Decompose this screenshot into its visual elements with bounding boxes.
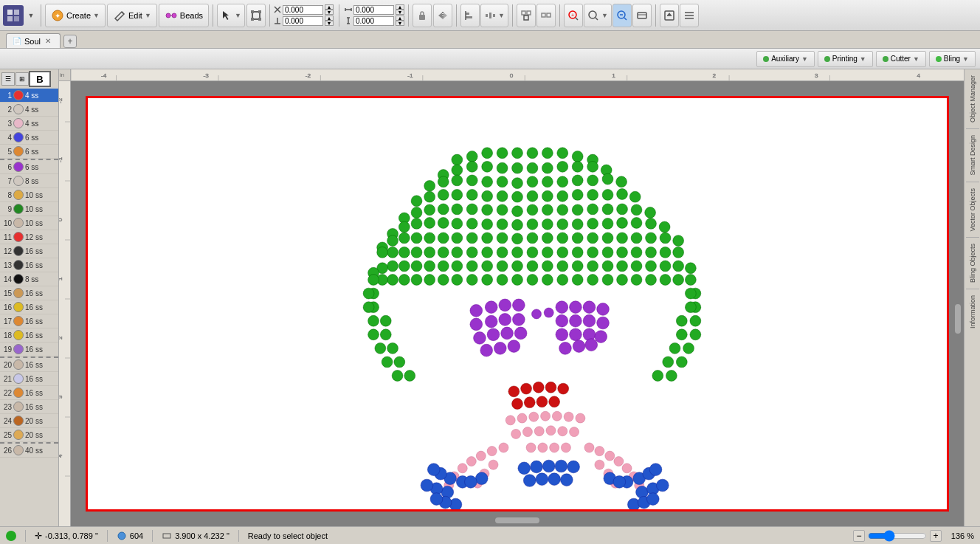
y-down[interactable]: ▼ (325, 21, 334, 26)
layer-row-14[interactable]: 14 8 ss (0, 272, 58, 286)
zoom-in-btn[interactable]: + (930, 530, 942, 542)
layer-row-9[interactable]: 9 10 ss (0, 202, 58, 216)
svg-point-401 (548, 473, 561, 486)
svg-point-350 (499, 443, 508, 452)
layer-row-21[interactable]: 21 16 ss (0, 372, 58, 386)
svg-point-284 (683, 342, 694, 354)
h-down[interactable]: ▼ (396, 21, 404, 26)
svg-point-150 (466, 204, 477, 215)
y-input[interactable] (283, 16, 323, 26)
printing-label: Printing (832, 55, 858, 63)
canvas-area[interactable]: -2 -1 0 1 2 3 4 (59, 81, 964, 526)
layer-row-18[interactable]: 18 16 ss (0, 328, 58, 342)
b-button[interactable]: B (29, 71, 51, 87)
h-up[interactable]: ▲ (396, 16, 404, 21)
layer-num-18: 18 (1, 331, 12, 340)
w-down[interactable]: ▼ (396, 10, 404, 15)
layer-row-22[interactable]: 22 16 ss (0, 386, 58, 400)
tab-close-button[interactable]: ✕ (44, 37, 52, 45)
bling-toggle[interactable]: Bling ▼ (929, 51, 976, 67)
layer-row-23[interactable]: 23 16 ss (0, 400, 58, 414)
bling-objects-tab[interactable]: Bling Objects (969, 241, 976, 286)
app-icon[interactable] (3, 5, 24, 26)
beads-button[interactable]: Beads (159, 4, 209, 27)
vector-objects-tab[interactable]: Vector Objects (969, 185, 976, 235)
active-tool-btn[interactable] (612, 4, 632, 27)
layer-row-17[interactable]: 17 16 ss (0, 314, 58, 328)
group-btn[interactable] (517, 4, 536, 27)
svg-point-245 (527, 275, 538, 286)
layer-row-10[interactable]: 10 10 ss (0, 216, 58, 230)
align-btn[interactable] (460, 4, 480, 27)
layer-view-btn[interactable]: ☰ (1, 72, 15, 86)
svg-point-246 (542, 275, 553, 286)
layer-row-12[interactable]: 12 16 ss (0, 244, 58, 258)
zoom-out-btn[interactable]: − (853, 530, 865, 542)
printing-dot (824, 56, 830, 62)
properties-btn[interactable] (680, 4, 699, 27)
layer-row-13[interactable]: 13 16 ss (0, 258, 58, 272)
layer-row-6[interactable]: 6 6 ss (0, 160, 58, 174)
lock-btn[interactable] (413, 4, 432, 27)
layer-row-3[interactable]: 3 4 ss (0, 117, 58, 131)
w-spin[interactable]: ▲▼ (396, 4, 404, 15)
layer-row-7[interactable]: 7 8 ss (0, 174, 58, 188)
distribute-btn[interactable]: ▼ (480, 4, 508, 27)
zoom-select-btn[interactable]: ▼ (584, 4, 612, 27)
transform-tool[interactable] (246, 4, 266, 27)
y-spin[interactable]: ▲▼ (325, 16, 334, 26)
smart-design-tab[interactable]: Smart Design (969, 132, 976, 179)
information-tab[interactable]: Information (969, 292, 976, 331)
layer-row-11[interactable]: 11 12 ss (0, 230, 58, 244)
layer-row-15[interactable]: 15 16 ss (0, 286, 58, 300)
auxiliary-toggle[interactable]: Auxiliary ▼ (756, 51, 815, 67)
layer-row-26[interactable]: 26 40 ss (0, 444, 58, 458)
cutter-toggle[interactable]: Cutter ▼ (876, 51, 926, 67)
svg-point-329 (521, 383, 532, 394)
flip-h-btn[interactable] (433, 4, 452, 27)
h-input[interactable] (353, 16, 394, 26)
layer-row-1[interactable]: 1 4 ss (0, 89, 58, 103)
x-up[interactable]: ▲ (325, 4, 334, 10)
app-menu-btn[interactable]: ▼ (25, 5, 37, 26)
select-tool[interactable]: ▼ (217, 4, 245, 27)
x-spin[interactable]: ▲▼ (325, 4, 334, 15)
w-up[interactable]: ▲ (396, 4, 404, 10)
h-scrollbar[interactable] (495, 517, 539, 523)
x-down[interactable]: ▼ (325, 10, 334, 15)
layer-row-19[interactable]: 19 16 ss (0, 342, 58, 357)
v-scrollbar[interactable] (955, 304, 961, 334)
view3-btn[interactable] (632, 4, 652, 27)
layer-row-25[interactable]: 25 20 ss (0, 428, 58, 442)
create-button[interactable]: ✦ Create ▼ (45, 4, 106, 27)
object-manager-tab[interactable]: Object Manager (969, 72, 976, 125)
layer-row-16[interactable]: 16 16 ss (0, 300, 58, 314)
layer-row-24[interactable]: 24 20 ss (0, 414, 58, 428)
svg-point-255 (673, 275, 684, 286)
w-input[interactable] (353, 5, 394, 15)
layer-row-5[interactable]: 5 6 ss (0, 145, 58, 159)
svg-point-91 (482, 148, 493, 159)
layer-grid-btn[interactable]: ⊞ (15, 72, 29, 86)
soul-tab[interactable]: 📄 Soul ✕ (6, 33, 61, 48)
y-up[interactable]: ▲ (325, 16, 334, 21)
zoom-fit-btn[interactable]: + (564, 4, 583, 27)
printing-toggle[interactable]: Printing ▼ (818, 51, 873, 67)
canvas-inner[interactable] (71, 81, 964, 526)
layer-tool-btns: ☰ ⊞ (1, 72, 29, 86)
zoom-slider[interactable] (868, 530, 927, 542)
cutter-dot (883, 56, 888, 62)
layer-row-8[interactable]: 8 10 ss (0, 188, 58, 202)
layer-row-20[interactable]: 20 16 ss (0, 358, 58, 372)
new-tab-button[interactable]: + (63, 35, 77, 48)
layer-row-2[interactable]: 2 4 ss (0, 103, 58, 117)
h-spin[interactable]: ▲▼ (396, 16, 404, 26)
ungroup-btn[interactable] (536, 4, 556, 27)
y-icon (274, 17, 281, 24)
design-canvas[interactable] (86, 96, 949, 512)
export-btn[interactable] (660, 4, 679, 27)
x-input[interactable] (283, 5, 323, 15)
edit-button[interactable]: Edit ▼ (107, 4, 157, 27)
layer-row-4[interactable]: 4 6 ss (0, 131, 58, 145)
svg-point-187 (673, 235, 684, 247)
